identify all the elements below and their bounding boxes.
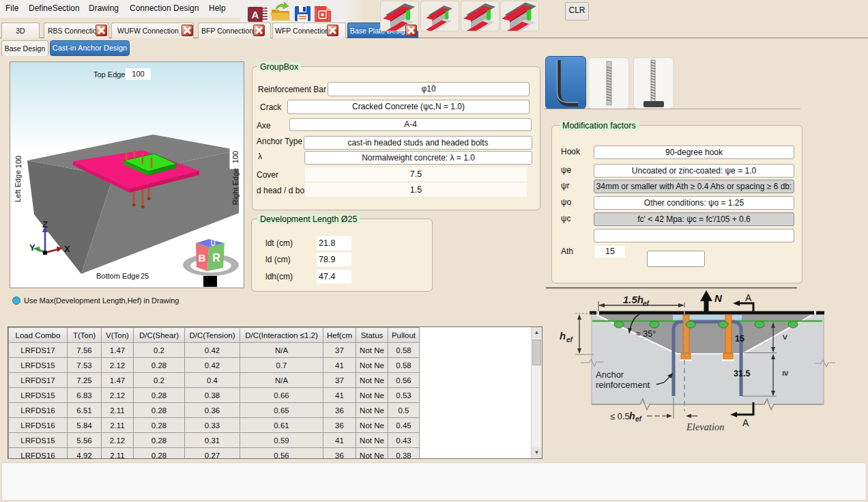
svg-text:Y: Y xyxy=(29,242,35,253)
svg-text:N: N xyxy=(714,292,723,304)
svg-text:≤ 0.5: ≤ 0.5 xyxy=(610,411,630,421)
svg-text:≥: ≥ xyxy=(781,371,791,376)
svg-text:B: B xyxy=(199,252,206,264)
svg-text:31.5: 31.5 xyxy=(734,369,750,378)
svg-text:Anchor: Anchor xyxy=(596,369,624,380)
svg-text:Z: Z xyxy=(42,219,48,229)
svg-text:R: R xyxy=(212,252,220,264)
svg-text:1.5h: 1.5h xyxy=(623,294,643,305)
svg-text:h: h xyxy=(629,410,635,421)
svg-text:U: U xyxy=(210,240,215,247)
svg-text:Elevation: Elevation xyxy=(686,421,725,432)
svg-text:>: > xyxy=(780,335,790,340)
svg-text:ef: ef xyxy=(643,300,650,307)
svg-text:A: A xyxy=(742,417,749,428)
svg-text:A: A xyxy=(252,9,259,20)
svg-text:reinforcement: reinforcement xyxy=(596,380,650,390)
svg-text:15: 15 xyxy=(735,334,744,344)
svg-text:X: X xyxy=(64,244,70,254)
svg-text:ef: ef xyxy=(635,415,643,423)
svg-text:h: h xyxy=(560,330,566,341)
svg-text:≈ 35°: ≈ 35° xyxy=(636,329,656,339)
svg-text:A: A xyxy=(745,292,752,303)
svg-text:ef: ef xyxy=(566,336,574,344)
